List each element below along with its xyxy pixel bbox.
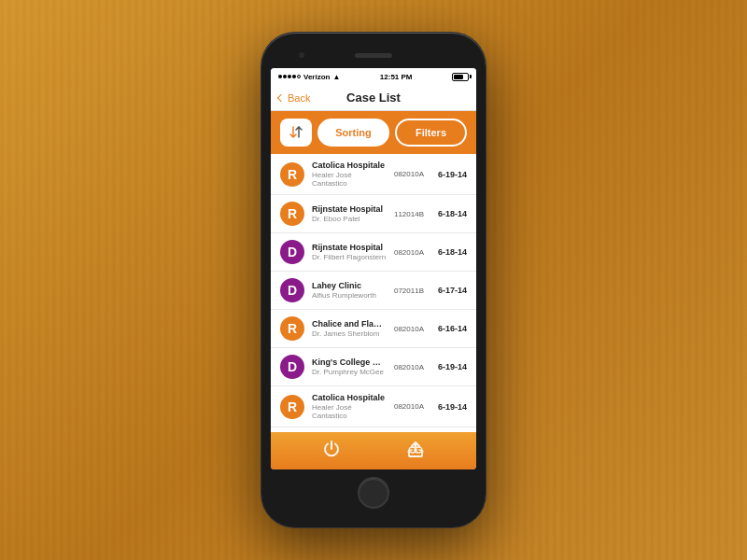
nav-bar: Back Case List — [271, 85, 476, 111]
case-date: 6-19-14 — [437, 170, 467, 179]
status-left: Verizon ▲ — [278, 73, 340, 81]
case-code: 082010A — [394, 248, 424, 257]
bottom-bar — [271, 432, 476, 469]
toolbar: Sorting Filters — [271, 111, 476, 154]
case-info: King's College Hospital Dr. Pumphrey McG… — [312, 357, 387, 376]
case-info: Rijnstate Hospital Dr. Eboo Patel — [312, 204, 387, 223]
case-date: 6-16-14 — [437, 324, 467, 333]
status-bar: Verizon ▲ 12:51 PM — [271, 68, 476, 85]
phone-bottom — [271, 469, 476, 516]
upload-icon — [405, 440, 426, 458]
signal-dots — [278, 75, 301, 78]
home-button[interactable] — [358, 477, 389, 509]
phone-screen: Verizon ▲ 12:51 PM Back Case List — [271, 68, 476, 469]
case-doctor: Healer José Cantastico — [312, 403, 387, 420]
case-hospital: Lahey Clinic — [312, 281, 387, 290]
case-item[interactable]: R Catolica Hospitale Healer José Cantast… — [271, 386, 476, 427]
case-info: Catolica Hospitale Healer José Cantastic… — [312, 393, 387, 420]
sort-direction-button[interactable] — [280, 119, 312, 147]
page-title: Case List — [346, 91, 401, 105]
case-date: 6-19-14 — [437, 402, 467, 412]
case-item[interactable]: R Rijnstate Hospital Dr. Eboo Patel 1120… — [271, 195, 476, 233]
case-item[interactable]: R Chalice and Flame Clinic Dr. James She… — [271, 310, 476, 348]
case-badge: R — [280, 395, 304, 419]
status-time: 12:51 PM — [380, 73, 413, 81]
phone-camera — [299, 52, 304, 58]
phone-device: Verizon ▲ 12:51 PM Back Case List — [261, 33, 486, 527]
back-label: Back — [288, 92, 310, 104]
phone-top-bar — [271, 42, 476, 68]
power-icon — [322, 440, 341, 458]
case-hospital: King's College Hospital — [312, 357, 387, 367]
upload-button[interactable] — [405, 440, 426, 463]
case-code: 082010A — [394, 402, 424, 411]
case-date: 6-18-14 — [437, 209, 467, 218]
case-badge: D — [280, 240, 304, 264]
case-info: Catolica Hospitale Healer José Cantastic… — [312, 161, 387, 188]
chevron-left-icon — [277, 93, 285, 101]
case-doctor: Alfius Rumpleworth — [312, 291, 387, 300]
case-date: 6-18-14 — [437, 247, 467, 257]
case-doctor: Dr. Eboo Patel — [312, 215, 387, 223]
case-date: 6-19-14 — [437, 362, 467, 371]
battery-fill — [454, 75, 463, 79]
phone-speaker — [355, 53, 392, 58]
battery-indicator — [452, 73, 469, 81]
case-item[interactable]: D Rijnstate Hospital Dr. Filbert Flagons… — [271, 233, 476, 272]
case-hospital: Rijnstate Hospital — [312, 204, 387, 214]
case-code: 082010A — [394, 363, 424, 371]
signal-dot-4 — [292, 75, 296, 78]
case-badge: R — [280, 316, 304, 341]
status-right — [452, 73, 469, 81]
case-hospital: Chalice and Flame Clinic — [312, 319, 387, 329]
carrier-name: Verizon — [303, 73, 330, 81]
case-doctor: Healer José Cantastico — [312, 171, 387, 188]
case-code: 112014B — [394, 210, 424, 218]
signal-dot-3 — [288, 75, 291, 78]
signal-dot-5 — [297, 75, 301, 78]
case-code: 082010A — [394, 170, 424, 178]
case-info: Lahey Clinic Alfius Rumpleworth — [312, 281, 387, 300]
case-doctor: Dr. Filbert Flagonstern — [312, 253, 387, 261]
case-info: Rijnstate Hospital Dr. Filbert Flagonste… — [312, 243, 387, 261]
case-list[interactable]: R Catolica Hospitale Healer José Cantast… — [271, 154, 476, 432]
back-button[interactable]: Back — [278, 92, 310, 104]
case-doctor: Dr. Pumphrey McGee — [312, 368, 387, 376]
case-badge: R — [280, 162, 304, 187]
case-badge: D — [280, 355, 304, 379]
case-date: 6-17-14 — [437, 286, 467, 295]
case-code: 082010A — [394, 325, 424, 333]
filters-button[interactable]: Filters — [395, 119, 467, 147]
case-badge: R — [280, 202, 304, 226]
sort-arrows-icon — [289, 125, 303, 140]
case-item[interactable]: D King's College Hospital Dr. Pumphrey M… — [271, 348, 476, 386]
case-doctor: Dr. James Sherblom — [312, 329, 387, 338]
case-item[interactable]: R Catolica Hospitale Healer José Cantast… — [271, 154, 476, 195]
signal-dot-1 — [278, 75, 282, 78]
case-badge: D — [280, 278, 304, 302]
case-hospital: Rijnstate Hospital — [312, 243, 387, 252]
case-hospital: Catolica Hospitale — [312, 161, 387, 170]
signal-dot-2 — [283, 75, 287, 78]
case-code: 072011B — [394, 287, 424, 295]
case-hospital: Catolica Hospitale — [312, 393, 387, 402]
case-item[interactable]: D Lahey Clinic Alfius Rumpleworth 072011… — [271, 272, 476, 310]
case-info: Chalice and Flame Clinic Dr. James Sherb… — [312, 319, 387, 338]
power-button[interactable] — [322, 440, 341, 463]
sorting-button[interactable]: Sorting — [317, 119, 389, 147]
wifi-icon: ▲ — [332, 73, 340, 81]
